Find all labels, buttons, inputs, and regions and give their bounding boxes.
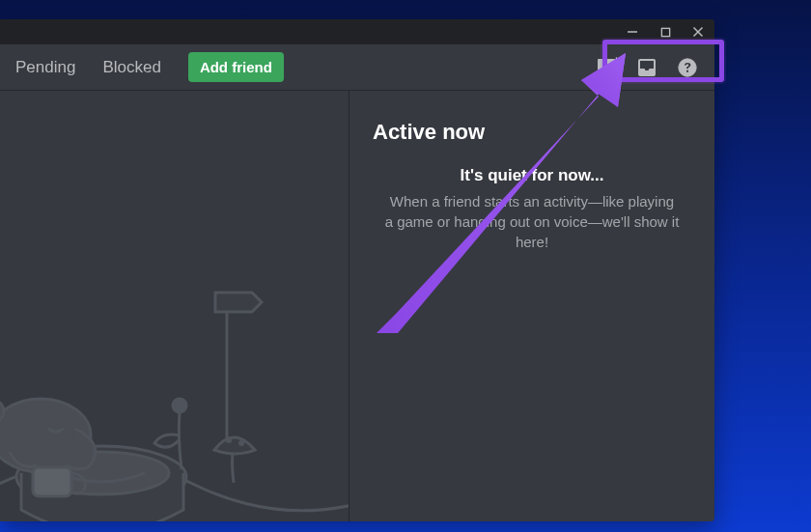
- friends-list-column: [0, 91, 350, 521]
- help-icon: [677, 57, 698, 78]
- close-button[interactable]: [682, 19, 714, 44]
- inbox-button[interactable]: [635, 56, 658, 79]
- svg-rect-13: [33, 467, 71, 496]
- active-now-empty: It's quiet for now... When a friend star…: [373, 166, 691, 252]
- add-friend-button[interactable]: Add friend: [188, 52, 284, 82]
- inbox-icon: [635, 56, 658, 79]
- main-area: Active now It's quiet for now... When a …: [0, 91, 714, 521]
- svg-point-9: [226, 437, 232, 443]
- friends-tabs: Pending Blocked Add friend: [15, 52, 284, 82]
- minimize-button[interactable]: [616, 19, 649, 44]
- minimize-icon: [627, 26, 638, 38]
- close-icon: [692, 26, 704, 38]
- tab-pending[interactable]: Pending: [15, 58, 75, 77]
- active-now-empty-body: When a friend starts an activity—like pl…: [384, 191, 680, 252]
- discord-window: Pending Blocked Add friend +: [0, 19, 714, 521]
- maximize-icon: [660, 27, 671, 38]
- active-now-column: Active now It's quiet for now... When a …: [350, 91, 714, 521]
- tab-blocked[interactable]: Blocked: [102, 58, 160, 77]
- help-button[interactable]: [676, 56, 699, 79]
- wumpus-illustration: [0, 266, 350, 521]
- toolbar: Pending Blocked Add friend +: [0, 44, 714, 91]
- svg-point-10: [238, 440, 244, 446]
- maximize-button[interactable]: [649, 19, 682, 44]
- toolbar-right: +: [595, 56, 699, 79]
- active-now-empty-title: It's quiet for now...: [384, 166, 680, 185]
- plus-badge: +: [613, 54, 620, 68]
- window-controls: [616, 19, 714, 44]
- active-now-heading: Active now: [373, 120, 691, 145]
- svg-point-8: [173, 399, 186, 412]
- desktop-background: Pending Blocked Add friend +: [0, 0, 811, 532]
- titlebar: [0, 19, 714, 44]
- new-group-dm-button[interactable]: +: [595, 56, 618, 79]
- svg-rect-1: [661, 28, 669, 36]
